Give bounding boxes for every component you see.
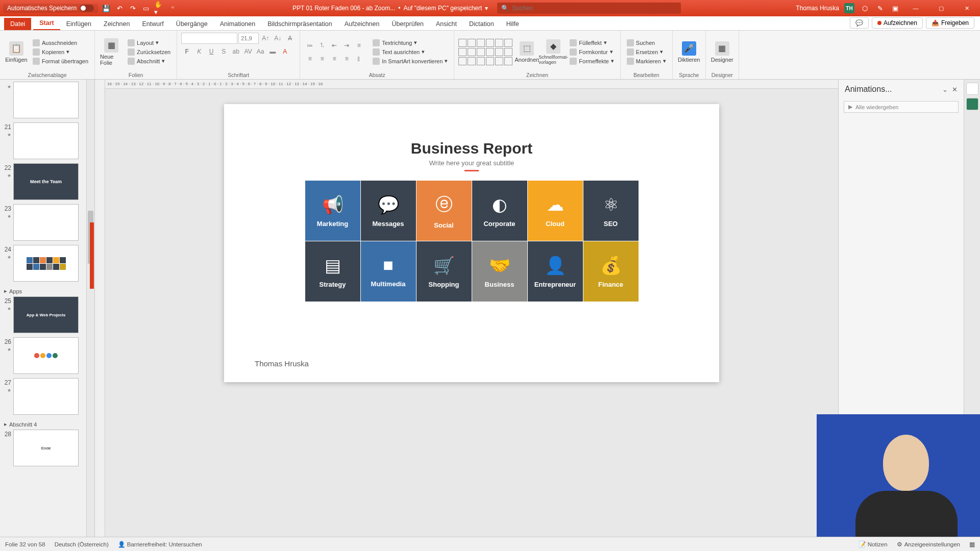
spacing-button[interactable]: AV [242,46,254,57]
effects-button[interactable]: Formeffekte ▾ [568,57,616,65]
touch-icon[interactable]: ✋▾ [154,3,164,13]
tile-marketing[interactable]: 📢Marketing [305,181,360,241]
slide-thumb-25[interactable]: App & Web Projects [13,296,79,333]
arrange-button[interactable]: ⬚Anordnen [514,40,539,64]
font-size-input[interactable] [238,33,259,44]
accessibility-button[interactable]: 👤 Barrierefreiheit: Untersuchen [118,541,202,548]
outline-button[interactable]: Formkontur ▾ [568,48,616,56]
normal-view-icon[interactable]: ▦ [969,541,975,548]
tile-entrepreneur[interactable]: 👤Entrepreneur [528,241,583,302]
copy-button[interactable]: Kopieren ▾ [31,48,90,56]
tab-zeichnen[interactable]: Zeichnen [97,18,136,30]
tab-dictation[interactable]: Dictation [463,18,500,30]
text-direction-button[interactable]: Textrichtung ▾ [371,39,450,47]
quickstyles-button[interactable]: ◆Schnellformat-vorlagen [541,38,566,66]
slide[interactable]: Business Report Write here your great su… [224,104,719,382]
autosave-toggle[interactable]: Automatisches Speichern [3,4,98,13]
tab-aufzeichnen[interactable]: Aufzeichnen [338,18,386,30]
underline-button[interactable]: U [206,46,217,57]
tab-bildschirm[interactable]: Bildschirmpräsentation [261,18,338,30]
bullets-icon[interactable]: ≔ [304,40,315,51]
maximize-button[interactable]: ▢ [931,0,951,16]
notes-button[interactable]: 📝 Notizen [859,541,888,548]
slide-thumb-21[interactable] [13,122,79,159]
columns-icon[interactable]: ⫿ [353,53,364,64]
increase-font-icon[interactable]: A↑ [260,33,271,44]
qat-overflow-icon[interactable]: ⁼ [167,3,178,13]
tab-ueberpruefen[interactable]: Überprüfen [385,18,430,30]
font-color-button[interactable]: A [279,46,290,57]
designer-button[interactable]: ▦Designer [710,40,734,64]
align-center-icon[interactable]: ≡ [316,53,328,64]
font-family-input[interactable] [181,33,237,44]
sync-icon[interactable]: ⬡ [860,3,870,13]
tile-business[interactable]: 🤝Business [472,241,527,302]
slide-thumb-28[interactable]: Ende [13,430,79,466]
tile-messages[interactable]: 💬Messages [361,181,416,241]
tile-cloud[interactable]: ☁Cloud [528,181,583,241]
slide-thumb-23[interactable] [13,204,79,241]
layout-button[interactable]: Layout ▾ [126,39,173,47]
toggle-switch[interactable] [80,5,94,12]
undo-icon[interactable]: ↶ [114,3,125,13]
tab-einfuegen[interactable]: Einfügen [60,18,97,30]
justify-icon[interactable]: ≡ [341,53,352,64]
close-pane-icon[interactable]: ✕ [952,86,958,93]
tab-ansicht[interactable]: Ansicht [430,18,463,30]
new-slide-button[interactable]: ▦Neue Folie [99,37,124,67]
reset-button[interactable]: Zurücksetzen [126,48,173,56]
tile-finance[interactable]: 💰Finance [583,241,639,302]
shadow-button[interactable]: ab [230,46,241,57]
slide-thumb-24[interactable] [13,245,79,282]
user-avatar[interactable]: TH [844,3,854,13]
tab-animationen[interactable]: Animationen [214,18,262,30]
play-all-button[interactable]: ▶ Alle wiedergeben [844,101,959,113]
numbering-icon[interactable]: ⒈ [316,40,328,51]
align-text-button[interactable]: Text ausrichten ▾ [371,48,450,56]
tab-hilfe[interactable]: Hilfe [500,18,525,30]
format-painter-button[interactable]: Format übertragen [31,57,90,65]
paste-button[interactable]: 📋Einfügen [4,40,29,64]
display-settings-button[interactable]: ⚙ Anzeigeeinstellungen [897,541,960,548]
tab-entwurf[interactable]: Entwurf [136,18,169,30]
line-spacing-icon[interactable]: ≡ [353,40,364,51]
tile-multimedia[interactable]: ■Multimedia [361,241,416,302]
slide-thumb-27[interactable] [13,378,79,415]
tile-social[interactable]: ⓔSocial [416,181,472,241]
case-button[interactable]: Aa [255,46,266,57]
language-indicator[interactable]: Deutsch (Österreich) [55,541,109,547]
align-right-icon[interactable]: ≡ [329,53,340,64]
chevron-down-icon[interactable]: ▾ [485,5,488,12]
minimize-button[interactable]: — [905,0,926,16]
italic-button[interactable]: K [193,46,205,57]
decrease-font-icon[interactable]: A↓ [272,33,283,44]
tab-datei[interactable]: Datei [4,18,31,30]
slide-thumbnails-panel[interactable]: ★ 21★ 22★ Meet the Team 23★ 24★ ▸ Apps 2… [0,80,95,537]
window-icon[interactable]: ▣ [890,3,900,13]
highlight-button[interactable]: ▬ [267,46,278,57]
comments-button[interactable]: 💬 [850,17,869,29]
cut-button[interactable]: Ausschneiden [31,39,90,47]
tile-grid[interactable]: 📢Marketing💬MessagesⓔSocial◐Corporate☁Clo… [305,181,639,302]
save-icon[interactable]: 💾 [101,3,111,13]
smartart-button[interactable]: In SmartArt konvertieren ▾ [371,57,450,65]
slide-counter[interactable]: Folie 32 von 58 [5,541,45,547]
search-box[interactable]: 🔍 [497,3,681,14]
freigeben-button[interactable]: 📤 Freigeben [926,17,974,29]
indent-dec-icon[interactable]: ⇤ [329,40,340,51]
thumbnails-scrollbar[interactable] [86,80,94,537]
strike-button[interactable]: S [218,46,229,57]
replace-button[interactable]: Ersetzen ▾ [625,48,668,56]
tab-start[interactable]: Start [33,17,60,30]
aufzeichnen-button[interactable]: Aufzeichnen [872,17,923,29]
find-button[interactable]: Suchen [625,39,668,47]
align-left-icon[interactable]: ≡ [304,53,315,64]
redo-icon[interactable]: ↷ [128,3,138,13]
tab-uebergaenge[interactable]: Übergänge [170,18,214,30]
section-apps[interactable]: ▸ Apps [1,286,92,296]
search-input[interactable] [512,5,677,12]
bold-button[interactable]: F [181,46,192,57]
slide-subtitle[interactable]: Write here your great subtitle [244,159,699,167]
dictate-button[interactable]: 🎤Diktieren [677,40,701,64]
section-abschnitt4[interactable]: ▸ Abschnitt 4 [1,419,92,430]
